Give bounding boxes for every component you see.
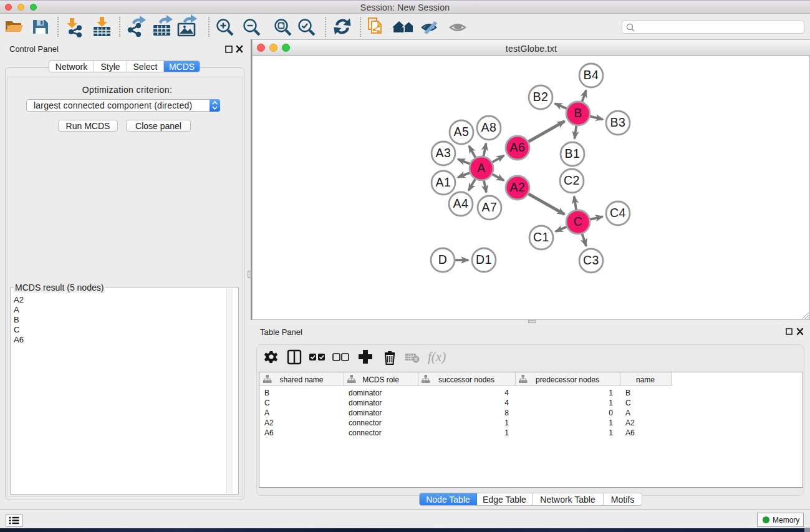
svg-text:A7: A7	[482, 200, 498, 214]
svg-text:C1: C1	[533, 230, 549, 244]
svg-text:A: A	[477, 161, 486, 175]
svg-text:A4: A4	[453, 196, 469, 210]
svg-text:B2: B2	[533, 90, 549, 104]
svg-text:f(x): f(x)	[428, 349, 446, 364]
svg-text:A5: A5	[454, 125, 470, 138]
svg-text:B4: B4	[584, 68, 599, 82]
svg-text:A8: A8	[481, 120, 497, 134]
svg-text:A2: A2	[510, 180, 526, 194]
svg-text:A3: A3	[436, 146, 451, 160]
svg-text:A6: A6	[510, 140, 526, 154]
svg-text:B3: B3	[610, 115, 626, 129]
svg-text:B: B	[574, 106, 582, 120]
svg-text:A1: A1	[436, 175, 451, 189]
svg-text:C3: C3	[583, 253, 599, 267]
svg-text:C: C	[574, 215, 583, 228]
svg-text:D: D	[438, 253, 448, 266]
svg-text:D1: D1	[476, 253, 492, 266]
svg-text:B1: B1	[565, 147, 581, 160]
svg-text:C2: C2	[564, 173, 580, 187]
svg-text:C4: C4	[610, 206, 626, 220]
